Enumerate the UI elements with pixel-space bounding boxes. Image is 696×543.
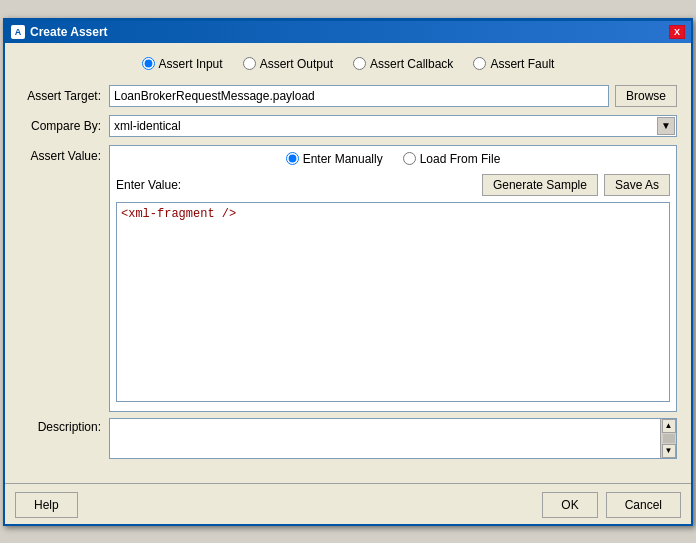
assert-target-label: Assert Target: [19,89,109,103]
footer: Help OK Cancel [5,483,691,524]
window-title: Create Assert [30,25,108,39]
assert-value-row: Assert Value: Enter Manually Load From F… [19,145,677,412]
radio-assert-output[interactable]: Assert Output [243,57,333,71]
assert-value-label: Assert Value: [19,145,109,163]
dialog-content: Assert Input Assert Output Assert Callba… [5,43,691,479]
assert-value-box: Enter Manually Load From File Enter Valu… [109,145,677,412]
radio-assert-input[interactable]: Assert Input [142,57,223,71]
close-button[interactable]: X [669,25,685,39]
radio-assert-callback[interactable]: Assert Callback [353,57,453,71]
assert-target-row: Assert Target: Browse [19,85,677,107]
compare-by-label: Compare By: [19,119,109,133]
compare-by-row: Compare By: xml-identical xml-equivalent… [19,115,677,137]
radio-load-from-file[interactable]: Load From File [403,152,501,166]
scroll-down-arrow[interactable]: ▼ [662,444,676,458]
scroll-up-arrow[interactable]: ▲ [662,419,676,433]
ok-button[interactable]: OK [542,492,597,518]
radio-assert-fault[interactable]: Assert Fault [473,57,554,71]
scroll-thumb [663,434,675,443]
save-as-button[interactable]: Save As [604,174,670,196]
assert-target-input[interactable] [109,85,609,107]
description-scrollbar[interactable]: ▲ ▼ [660,419,676,458]
radio-enter-manually[interactable]: Enter Manually [286,152,383,166]
title-bar: A Create Assert X [5,21,691,43]
main-window: A Create Assert X Assert Input Assert Ou… [3,18,693,526]
cancel-button[interactable]: Cancel [606,492,681,518]
generate-sample-button[interactable]: Generate Sample [482,174,598,196]
description-row: Description: ▲ ▼ [19,418,677,459]
description-label: Description: [19,418,109,434]
compare-by-select[interactable]: xml-identical xml-equivalent string-equa… [109,115,677,137]
enter-method-row: Enter Manually Load From File [116,152,670,166]
window-icon: A [11,25,25,39]
xml-value-textarea[interactable] [116,202,670,402]
browse-button[interactable]: Browse [615,85,677,107]
description-input[interactable] [110,419,658,455]
assert-type-row: Assert Input Assert Output Assert Callba… [19,53,677,75]
enter-value-label: Enter Value: [116,178,181,192]
enter-value-row: Enter Value: Generate Sample Save As [116,174,670,196]
help-button[interactable]: Help [15,492,78,518]
